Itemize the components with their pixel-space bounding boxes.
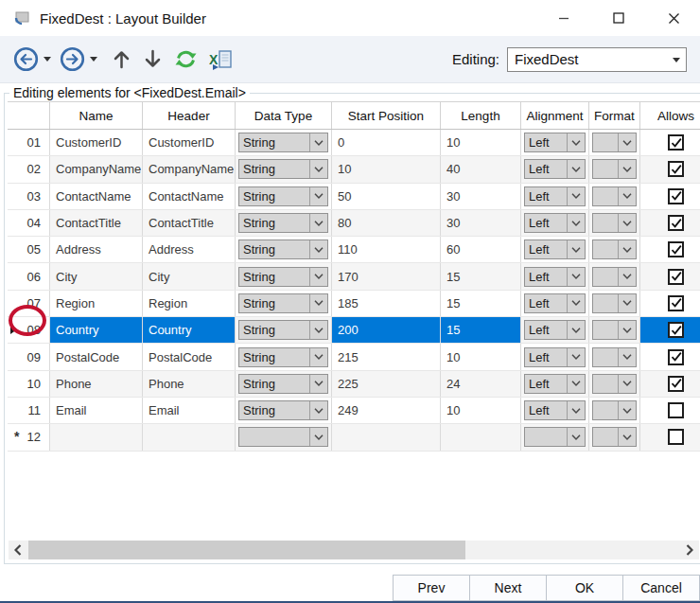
row-header-cell[interactable]: 06 <box>8 263 50 289</box>
allows-checkbox[interactable] <box>668 429 684 445</box>
row-header-cell[interactable]: 03 <box>8 184 50 209</box>
format-combo[interactable] <box>592 213 637 233</box>
allows-checkbox[interactable] <box>668 215 684 231</box>
column-header-data-type[interactable]: Data Type <box>236 102 332 129</box>
header-cell[interactable]: Phone <box>143 371 236 397</box>
chevron-down-icon[interactable] <box>618 401 636 419</box>
start-position-cell[interactable]: 185 <box>332 291 441 316</box>
chevron-down-icon[interactable] <box>567 375 585 393</box>
data-type-combo[interactable]: String <box>238 267 328 287</box>
start-position-cell[interactable]: 80 <box>332 210 441 236</box>
format-combo[interactable] <box>592 239 637 259</box>
data-type-combo[interactable]: String <box>238 400 328 420</box>
format-combo[interactable] <box>592 320 637 340</box>
row-header-cell[interactable]: 05 <box>8 237 50 262</box>
forward-dropdown-icon[interactable] <box>90 57 97 62</box>
length-cell[interactable]: 30 <box>441 210 521 236</box>
row-header-cell[interactable]: 10 <box>8 371 50 397</box>
alignment-combo[interactable]: Left <box>524 320 586 340</box>
allows-checkbox[interactable] <box>668 402 684 418</box>
row-header-cell[interactable]: 07 <box>8 291 50 316</box>
start-position-cell[interactable]: 200 <box>332 317 441 343</box>
length-cell[interactable]: 24 <box>441 371 521 397</box>
header-cell[interactable]: CustomerID <box>143 130 236 155</box>
chevron-down-icon[interactable] <box>567 187 585 205</box>
alignment-combo[interactable]: Left <box>524 186 586 206</box>
chevron-down-icon[interactable] <box>567 133 585 151</box>
header-cell[interactable] <box>143 424 236 450</box>
chevron-down-icon[interactable] <box>618 240 636 258</box>
data-type-combo[interactable]: String <box>238 133 328 152</box>
chevron-down-icon[interactable] <box>618 187 636 205</box>
format-combo[interactable] <box>592 133 637 152</box>
data-type-combo[interactable]: String <box>238 159 328 179</box>
column-header-header[interactable]: Header <box>143 102 236 129</box>
start-position-cell[interactable] <box>332 424 441 450</box>
chevron-down-icon[interactable] <box>567 321 585 339</box>
length-cell[interactable]: 30 <box>441 184 521 209</box>
data-type-combo[interactable]: String <box>238 347 328 367</box>
start-position-cell[interactable]: 10 <box>332 156 441 182</box>
cancel-button[interactable]: Cancel <box>622 575 700 601</box>
chevron-down-icon[interactable] <box>309 187 327 205</box>
move-up-button[interactable] <box>112 45 131 74</box>
scrollbar-thumb[interactable] <box>28 541 465 559</box>
move-down-button[interactable] <box>143 45 163 74</box>
chevron-down-icon[interactable] <box>309 294 327 312</box>
data-type-combo[interactable]: String <box>238 213 328 233</box>
allows-checkbox[interactable] <box>668 322 684 338</box>
header-cell[interactable]: Region <box>143 291 236 316</box>
chevron-down-icon[interactable] <box>567 348 585 366</box>
allows-checkbox[interactable] <box>668 269 684 285</box>
chevron-down-icon[interactable] <box>618 294 636 312</box>
data-type-combo[interactable]: String <box>238 320 328 340</box>
name-cell[interactable]: Address <box>50 237 143 262</box>
length-cell[interactable] <box>441 424 521 450</box>
start-position-cell[interactable]: 110 <box>332 237 441 262</box>
row-header-cell[interactable]: 04 <box>8 210 50 236</box>
name-cell[interactable]: ContactName <box>50 184 143 209</box>
next-button[interactable]: Next <box>469 575 547 601</box>
format-combo[interactable] <box>592 427 637 447</box>
data-type-combo[interactable]: String <box>238 239 328 259</box>
allows-checkbox[interactable] <box>668 349 684 365</box>
start-position-cell[interactable]: 0 <box>332 130 441 155</box>
chevron-down-icon[interactable] <box>618 428 636 446</box>
chevron-down-icon[interactable] <box>309 160 327 178</box>
alignment-combo[interactable]: Left <box>524 159 586 179</box>
name-cell[interactable]: CustomerID <box>50 130 143 155</box>
name-cell[interactable]: Country <box>50 317 143 343</box>
chevron-down-icon[interactable] <box>618 214 636 232</box>
column-header-row-number[interactable] <box>8 102 50 129</box>
forward-button[interactable] <box>60 45 85 74</box>
column-header-name[interactable]: Name <box>50 102 143 129</box>
start-position-cell[interactable]: 249 <box>332 398 441 423</box>
data-type-combo[interactable] <box>238 427 328 447</box>
chevron-down-icon[interactable] <box>567 401 585 419</box>
scroll-right-button[interactable] <box>680 541 699 559</box>
start-position-cell[interactable]: 225 <box>332 371 441 397</box>
chevron-down-icon[interactable] <box>309 348 327 366</box>
data-type-combo[interactable]: String <box>238 374 328 394</box>
column-header-length[interactable]: Length <box>441 102 521 129</box>
header-cell[interactable]: PostalCode <box>143 344 236 369</box>
chevron-down-icon[interactable] <box>309 401 327 419</box>
name-cell[interactable]: CompanyName <box>50 156 143 182</box>
alignment-combo[interactable]: Left <box>524 133 586 152</box>
horizontal-scrollbar[interactable] <box>9 541 699 559</box>
chevron-down-icon[interactable] <box>618 321 636 339</box>
length-cell[interactable]: 10 <box>441 398 521 423</box>
chevron-down-icon[interactable] <box>309 133 327 151</box>
format-combo[interactable] <box>592 293 637 313</box>
header-cell[interactable]: City <box>143 263 236 289</box>
row-header-cell[interactable]: 08 <box>8 317 50 343</box>
chevron-down-icon[interactable] <box>618 160 636 178</box>
column-header-start-position[interactable]: Start Position <box>332 102 441 129</box>
header-cell[interactable]: Address <box>143 237 236 262</box>
alignment-combo[interactable]: Left <box>524 267 586 287</box>
chevron-down-icon[interactable] <box>618 375 636 393</box>
chevron-down-icon[interactable] <box>309 428 327 446</box>
chevron-down-icon[interactable] <box>309 240 327 258</box>
alignment-combo[interactable]: Left <box>524 400 586 420</box>
row-header-cell[interactable]: 11 <box>8 398 50 423</box>
